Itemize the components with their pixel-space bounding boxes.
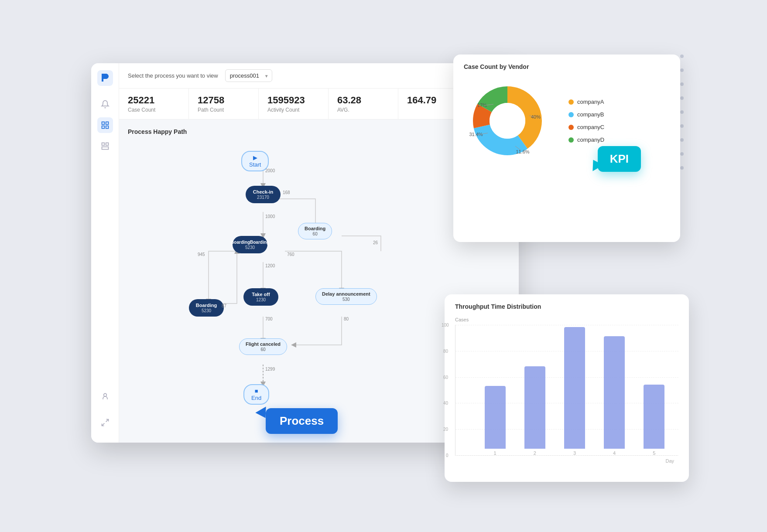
- flow-title: Process Happy Path: [128, 128, 510, 135]
- legend-label-d: companyD: [577, 136, 604, 143]
- bar-rect-2: [524, 366, 545, 449]
- dot-decoration: [680, 110, 684, 114]
- bar-label-1: 1: [494, 450, 496, 456]
- node-end: ■ End: [243, 384, 269, 405]
- bar-item-4: 4: [604, 336, 625, 456]
- donut-chart-title: Case Count by Vendor: [464, 63, 670, 70]
- svg-rect-8: [102, 147, 108, 150]
- path-count-number: 12758: [198, 95, 250, 106]
- bar-item-1: 1: [485, 386, 506, 456]
- edge-label-side-right: 26: [373, 240, 378, 245]
- donut-svg-wrapper: 40% 11.6% 31.4% 17%: [464, 77, 551, 164]
- legend-dot-a: [568, 99, 574, 105]
- legend-label-a: companyA: [577, 99, 604, 105]
- activity-count-number: 1595923: [267, 95, 319, 106]
- svg-rect-2: [102, 122, 104, 125]
- sidebar-item-user[interactable]: [97, 389, 113, 404]
- edge-label-flight-end: 1299: [265, 367, 275, 372]
- edge-label-boarding-back: 87: [222, 304, 226, 308]
- edge-label-bb-takeoff: 1200: [265, 263, 275, 268]
- svg-rect-5: [102, 126, 104, 129]
- stat-avg: 63.28 AVG.: [329, 89, 398, 119]
- edge-label-start-checkin: 2000: [265, 168, 275, 173]
- edge-label-takeoff-flight: 700: [265, 317, 273, 321]
- stat-case-count: 25221 Case Count: [119, 89, 189, 119]
- sidebar-bottom: [97, 389, 113, 436]
- svg-rect-3: [106, 122, 108, 125]
- legend-company-c: companyC: [568, 124, 604, 130]
- svg-rect-4: [106, 126, 108, 129]
- dot-decoration: [680, 166, 684, 170]
- svg-rect-6: [102, 143, 104, 146]
- dot-decoration: [680, 138, 684, 142]
- bar-label-4: 4: [613, 450, 616, 456]
- dot-decoration: [680, 55, 684, 58]
- dot-decoration: [680, 96, 684, 100]
- case-count-label: Case Count: [128, 107, 180, 113]
- kpi-badge: KPI: [598, 146, 641, 172]
- legend-dot-d: [568, 137, 574, 143]
- bar-rect-5: [644, 385, 664, 449]
- process-select[interactable]: process001: [225, 69, 272, 82]
- svg-line-10: [106, 419, 108, 422]
- extra-number: 164.79: [407, 95, 459, 106]
- process-badge: Process: [266, 408, 338, 434]
- bar-x-axis-label: Day: [455, 458, 674, 464]
- dot-decoration: [680, 82, 684, 86]
- bar-chart-title: Throughput Time Distribution: [455, 303, 678, 310]
- dot-decoration: [680, 68, 684, 72]
- sidebar-item-notifications[interactable]: [97, 96, 113, 112]
- sidebar-item-expand[interactable]: [97, 415, 113, 430]
- node-takeoff: Take off 1230: [243, 288, 278, 306]
- node-flight-canceled: Flight canceled 60: [239, 338, 287, 355]
- legend-label-c: companyC: [577, 124, 604, 130]
- bar-item-2: 2: [524, 366, 545, 456]
- legend-company-d: companyD: [568, 136, 604, 143]
- node-delay: Delay announcement 530: [315, 288, 377, 305]
- bar-label-3: 3: [573, 450, 576, 456]
- bar-chart-grid: 100 80 60 40 20 0: [471, 325, 678, 456]
- svg-text:40%: 40%: [531, 114, 541, 119]
- edge-label-bb-boarding-left: 945: [198, 252, 205, 257]
- donut-legend: companyA companyB companyC companyD: [568, 99, 604, 143]
- donut-chart-window: Case Count by Vendor 40% 11.6% 31.4% 17%: [453, 55, 680, 242]
- svg-line-11: [102, 423, 104, 426]
- path-count-label: Path Count: [198, 107, 250, 113]
- node-boardingboarding: BoardingBoarding 5230: [233, 236, 267, 253]
- app-logo: [97, 70, 113, 86]
- stat-path-count: 12758 Path Count: [189, 89, 259, 119]
- node-boarding-left: Boarding 5230: [189, 299, 224, 317]
- process-select-wrapper[interactable]: process001 ▼: [225, 69, 272, 82]
- edge-label-bb-delay: 760: [287, 252, 294, 257]
- svg-point-9: [103, 393, 106, 396]
- edge-label-checkin-boarding: 1000: [265, 214, 275, 219]
- svg-rect-7: [106, 143, 108, 146]
- legend-label-b: companyB: [577, 111, 604, 118]
- select-process-label: Select the process you want to view: [128, 72, 218, 79]
- stat-activity-count: 1595923 Activity Count: [259, 89, 329, 119]
- legend-dot-b: [568, 112, 574, 117]
- bar-rect-4: [604, 336, 625, 449]
- edge-label-delay-flight: 80: [344, 317, 349, 321]
- svg-rect-1: [102, 80, 103, 82]
- node-checkin: Check-in 23170: [246, 186, 281, 203]
- donut-svg: 40% 11.6% 31.4% 17%: [464, 77, 551, 164]
- edge-label-checkin-side: 168: [283, 190, 290, 195]
- scene: // Will generate dots after DOM load: [78, 37, 689, 495]
- sidebar-item-analytics[interactable]: [97, 117, 113, 133]
- legend-dot-c: [568, 125, 574, 130]
- sidebar: [91, 63, 119, 443]
- bar-item-5: 5: [644, 385, 664, 456]
- dot-decoration: [680, 124, 684, 128]
- node-boarding-side: Boarding 60: [298, 223, 332, 239]
- bar-chart-window: Throughput Time Distribution Cases 100 8…: [445, 294, 689, 482]
- bar-rect-3: [564, 327, 585, 449]
- node-start: ▶ Start: [241, 151, 269, 171]
- bar-label-5: 5: [653, 450, 655, 456]
- sidebar-item-layout[interactable]: [97, 138, 113, 154]
- case-count-number: 25221: [128, 95, 180, 106]
- activity-count-label: Activity Count: [267, 107, 319, 113]
- svg-text:11.6%: 11.6%: [516, 149, 529, 154]
- legend-company-a: companyA: [568, 99, 604, 105]
- bars-container: 1 2 3 4 5: [475, 325, 674, 456]
